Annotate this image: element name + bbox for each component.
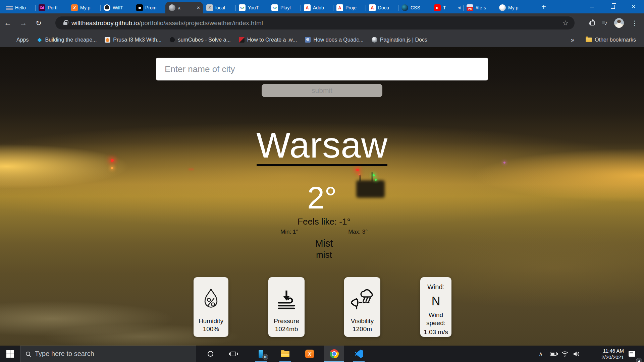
taskbar-search[interactable] [20,346,196,362]
bookmark-item[interactable]: How to Create a .w... [235,35,301,45]
light-dot [111,167,113,169]
playlist-extension-icon[interactable]: ≡♪ [602,20,607,26]
browser-tab[interactable]: <>YouT [235,2,268,13]
bookmark-item[interactable]: Apps [5,35,32,45]
browser-tab[interactable]: XdPortf [35,2,68,13]
submit-button[interactable]: submit [262,84,382,97]
browser-tab[interactable]: ADocu [366,2,398,13]
notification-badge: 4 [636,358,642,362]
shape-bookmark-icon [239,37,245,43]
browser-tab[interactable]: Prom [133,2,165,13]
tab-close-icon[interactable]: ✕ [197,5,200,10]
task-view-button[interactable] [223,346,243,362]
browser-tab[interactable]: WillT [100,2,133,13]
bookmark-label: Building the cheape... [45,37,97,43]
city-search-input[interactable] [156,58,488,80]
blocks-favicon [6,4,13,11]
visibility-card: Visibility1200m [344,277,380,337]
browser-tab[interactable]: a✕ [165,2,203,13]
bookmarks-overflow-icon[interactable]: » [566,36,579,44]
bookmark-label: Pagination.js | Docs [380,37,427,43]
bookmark-star-icon[interactable]: ☆ [562,19,569,27]
profile-avatar[interactable] [614,18,624,28]
bookmark-item[interactable]: ∵sumCubes - Solve a... [166,35,234,45]
start-button[interactable] [0,346,20,362]
browser-tab[interactable]: Hello [3,2,35,13]
adobe-favicon: A [369,4,376,11]
browser-tab[interactable]: AAdob [301,2,333,13]
condition-detail: mist [280,250,368,260]
wifi-icon [561,351,568,357]
tray-expand-button[interactable]: ∧ [535,346,546,362]
new-tab-button[interactable]: + [537,1,550,12]
chrome-button[interactable] [324,346,344,362]
tab-strip: HelloXdPortfXMy pWillTProma✕Xlocal<>YouT… [0,0,528,13]
tab-title: My p [80,5,98,10]
close-icon[interactable]: ✕ [623,0,644,13]
address-bar[interactable]: willtheastroboy.github.io/portfolio/asse… [55,16,575,29]
bookmark-item[interactable]: Prusa I3 Mk3 With... [101,35,165,45]
file-explorer-button[interactable] [275,346,295,362]
taskbar-search-input[interactable] [35,350,191,358]
vscode-button[interactable] [349,346,369,362]
wind-speed-value: 1.03 m/s [424,328,448,336]
browser-tab[interactable]: ▶T◄) [431,2,463,13]
browser-tab[interactable]: CSS [398,2,431,13]
light-dot [375,179,377,181]
volume-status[interactable] [570,346,582,362]
bookmark-label: Apps [16,37,29,43]
tab-title: Portf [48,5,65,10]
pressure-icon [275,282,298,317]
phone-badge: 10 [262,354,268,360]
taskbar-clock[interactable]: 11:46 AM 2/20/2021 [585,346,624,362]
your-phone-button[interactable]: 10 [251,346,271,362]
other-bookmarks-button[interactable]: Other bookmarks [582,35,639,45]
globe-white-favicon [499,4,506,11]
battery-status[interactable] [548,346,559,362]
sphere-favicon [401,4,408,11]
action-center-icon [629,351,635,357]
browser-tab[interactable]: <>Playl [268,2,301,13]
bookmark-item[interactable]: How does a Quadc... [302,35,367,45]
forward-icon[interactable]: → [15,18,31,27]
bookmark-item[interactable]: ◆Building the cheape... [33,35,100,45]
speaker-icon [573,351,580,357]
card-label: Pressure [274,317,299,325]
wifi-status[interactable] [559,346,570,362]
back-icon[interactable]: ← [0,18,15,27]
restore-icon[interactable] [602,0,623,13]
xampp-icon: X [305,350,314,358]
browser-tab[interactable]: Xlocal [203,2,235,13]
restore-glyph [611,5,615,9]
wind-direction: N [432,294,440,308]
browser-tab[interactable]: 28#fe-s [463,2,496,13]
browser-tab[interactable]: My p [496,2,528,13]
extensions-puzzle-icon[interactable] [590,21,595,25]
url-domain: willtheastroboy.github.io [71,19,139,26]
reload-icon[interactable]: ↻ [31,19,46,27]
tab-audio-icon[interactable]: ◄) [457,6,461,9]
windows-taskbar: 10 X ∧ [0,346,644,362]
bookmark-item[interactable]: Pagination.js | Docs [368,35,431,45]
browser-tab[interactable]: XMy p [68,2,100,13]
card-label: Humidity [199,317,223,325]
light-dot [373,174,375,176]
github-favicon [104,4,110,11]
bookmarks-bar: Apps◆Building the cheape...Prusa I3 Mk3 … [0,33,644,47]
tab-title: My p [508,5,526,10]
card-value: 1200m [353,325,372,334]
tab-title: Proje [345,5,363,10]
chrome-menu-icon[interactable]: ⋮ [631,19,638,27]
page-url[interactable]: willtheastroboy.github.io/portfolio/asse… [71,19,263,27]
city-underline [257,164,387,166]
feels-like: Feels like: -1° [280,217,368,227]
xampp-gray-favicon: X [206,4,213,11]
minimize-icon[interactable]: ─ [582,0,602,13]
bookmarks-right: » Other bookmarks [566,35,639,45]
card-value: 100% [203,325,219,334]
visibility-icon [350,282,375,317]
action-center-button[interactable]: 4 [625,346,639,362]
browser-tab[interactable]: AProje [333,2,366,13]
xampp-button[interactable]: X [300,346,320,362]
cortana-button[interactable] [200,346,220,362]
